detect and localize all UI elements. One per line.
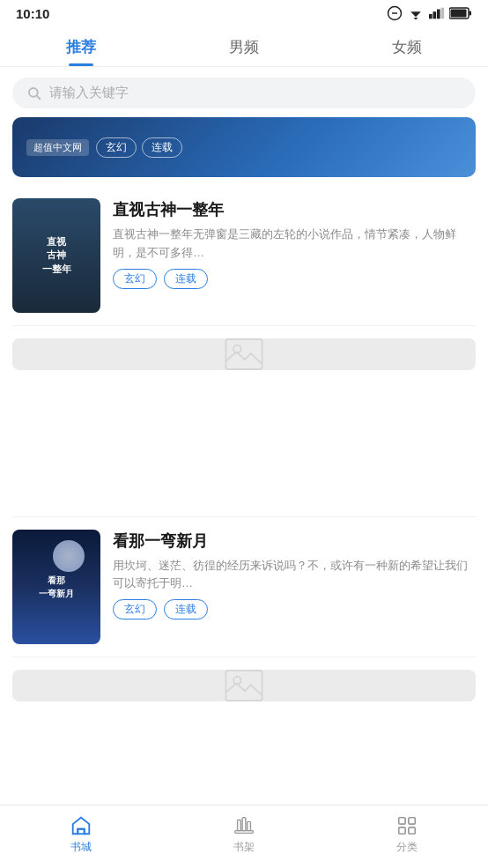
tab-recommend[interactable]: 推荐 [0,30,163,66]
svg-rect-20 [242,817,246,830]
tag-xuanhuan-0: 玄幻 [113,269,157,289]
book-cover-realworld [12,670,476,701]
tag-lianzai-0: 连载 [164,269,208,289]
svg-marker-2 [410,11,421,17]
svg-rect-22 [398,817,404,823]
banner-badge: 超值中文网 [26,139,89,156]
svg-rect-9 [470,11,472,16]
book-list: 直视古神一整年 直视古神一整年 直视古神一整年无弹窗是三藏的左轮的小说作品，情节… [0,186,488,868]
svg-rect-6 [437,10,440,19]
image-placeholder-icon-2 [225,670,263,701]
top-tabs: 推荐 男频 女频 [0,25,488,67]
book-cover-moon: 看那一弯新月 [12,530,100,644]
svg-rect-21 [248,821,251,830]
svg-rect-19 [238,820,241,830]
book-tags-moon: 玄幻 连载 [113,599,476,619]
book-cover-zhishi: 直视古神一整年 [12,198,100,313]
bottom-nav: 书城 书架 分类 [0,805,488,868]
svg-rect-7 [441,8,445,19]
svg-rect-17 [78,828,85,834]
banner-tags: 玄幻 连载 [96,137,182,158]
featured-banner[interactable]: 超值中文网 玄幻 连载 [12,117,476,177]
nav-category[interactable]: 分类 [376,814,438,855]
banner-tag-1: 连载 [142,137,182,158]
wifi-icon [407,6,425,20]
tab-female[interactable]: 女频 [325,30,488,66]
book-item-moon[interactable]: 看那一弯新月 看那一弯新月 用坎坷、迷茫、彷徨的经历来诉说吗？不，或许有一种新的… [12,517,476,657]
status-time: 10:10 [16,6,49,21]
book-item-zhishi[interactable]: 直视古神一整年 直视古神一整年 直视古神一整年无弹窗是三藏的左轮的小说作品，情节… [12,186,476,326]
nav-category-label: 分类 [396,840,418,855]
grid-icon [396,814,418,837]
svg-rect-24 [398,827,404,833]
book-desc-zhishi: 直视古神一整年无弹窗是三藏的左轮的小说作品，情节紧凑，人物鲜明，是不可多得… [113,226,476,261]
svg-rect-5 [433,11,437,19]
image-placeholder-icon [225,338,263,370]
svg-rect-4 [429,14,433,19]
minus-circle-icon [387,5,403,21]
svg-point-11 [29,88,38,97]
nav-bookstore-label: 书城 [70,840,92,855]
nav-shelf-label: 书架 [233,840,255,855]
book-info-moon: 看那一弯新月 用坎坷、迷茫、彷徨的经历来诉说吗？不，或许有一种新的希望让我们可以… [113,530,476,620]
battery-icon [449,7,472,19]
book-cover-kanjian [12,338,476,370]
nav-shelf[interactable]: 书架 [213,814,275,855]
svg-point-14 [233,345,241,353]
svg-rect-10 [451,10,467,18]
home-icon [70,814,92,837]
nav-bookstore[interactable]: 书城 [50,814,112,855]
signal-icon [429,7,445,19]
shelf-icon [233,814,255,837]
search-icon [26,85,42,101]
book-info-zhishi: 直视古神一整年 直视古神一整年无弹窗是三藏的左轮的小说作品，情节紧凑，人物鲜明，… [113,198,476,289]
tag-lianzai-2: 连载 [164,599,208,619]
tag-xuanhuan-2: 玄幻 [113,599,157,619]
book-title-moon: 看那一弯新月 [113,531,476,552]
book-desc-moon: 用坎坷、迷茫、彷徨的经历来诉说吗？不，或许有一种新的希望让我们可以寄托于明… [113,557,476,592]
svg-rect-13 [226,339,262,369]
book-item-kanjian[interactable]: 看剑 狩魔需渴血，九州恃风雷，照胆撼八荒，那剑绕指柔！灾劫将至，山河飘零，且看我… [12,326,476,517]
svg-rect-23 [408,817,414,823]
svg-rect-15 [226,671,262,701]
book-tags-zhishi: 玄幻 连载 [113,269,476,289]
svg-rect-25 [408,827,414,833]
svg-marker-3 [414,18,418,20]
search-bar[interactable]: 请输入关键字 [12,78,476,108]
status-bar: 10:10 [0,0,488,25]
book-title-zhishi: 直视古神一整年 [113,200,476,220]
tab-male[interactable]: 男频 [163,30,326,66]
search-placeholder: 请输入关键字 [49,85,462,101]
banner-tag-0: 玄幻 [96,137,137,158]
status-icons [387,5,472,21]
svg-line-12 [37,95,41,99]
svg-point-16 [233,677,241,685]
